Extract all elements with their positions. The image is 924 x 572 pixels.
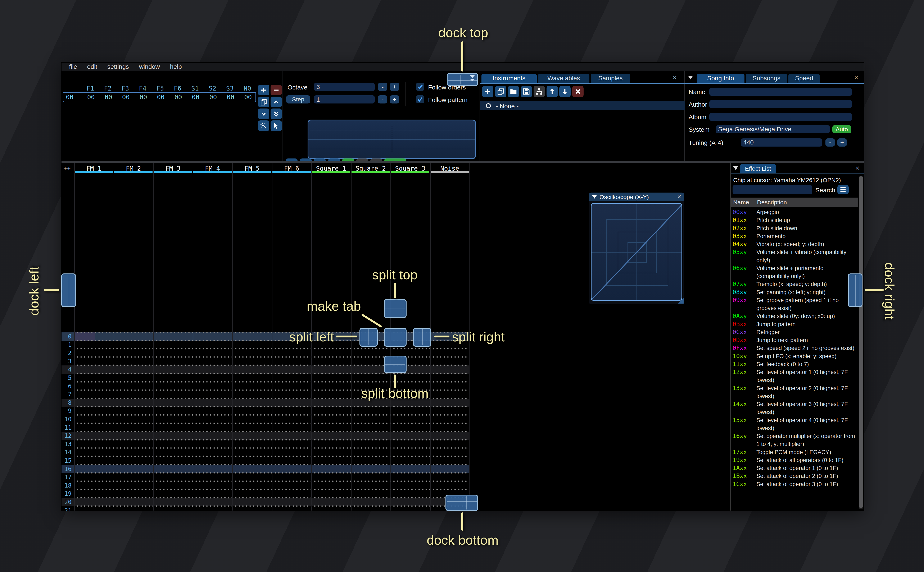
effect-row[interactable]: 0FxxSet speed (speed 2 if no grooves exi… — [732, 344, 857, 352]
pattern-row[interactable]: 2 — [62, 349, 469, 357]
effect-row[interactable]: 19xxSet attack of all operators (0 to 1F… — [732, 456, 857, 464]
duplicate-order-end-button[interactable] — [271, 109, 282, 119]
move-order-down-button[interactable] — [258, 109, 269, 119]
effect-row[interactable]: 02xxPitch slide down — [732, 224, 857, 232]
pattern-row[interactable]: 14 — [62, 448, 469, 457]
collapse-icon[interactable] — [688, 76, 693, 79]
orders-row[interactable]: 0000000000000000000000 — [63, 92, 256, 103]
close-icon[interactable]: × — [853, 75, 859, 81]
pattern-row[interactable]: 12 — [62, 432, 469, 440]
channel-header-square-1[interactable]: Square 1 — [312, 165, 351, 172]
effect-row[interactable]: 1AxxSet attack of operator 1 (0 to 1F) — [732, 464, 857, 472]
effect-row[interactable]: 1CxxSet attack of operator 3 (0 to 1F) — [732, 480, 857, 488]
make-tab-target[interactable] — [384, 328, 407, 347]
collapse-icon[interactable] — [592, 195, 597, 199]
effect-row[interactable]: 17xxToggle PCM mode (LEGACY) — [732, 448, 857, 456]
effect-row[interactable]: 0BxxJump to pattern — [732, 320, 857, 328]
pattern-row[interactable]: 15 — [62, 457, 469, 465]
order-cell[interactable]: 00 — [187, 93, 204, 101]
effect-row[interactable]: 08xySet panning (x: left; y: right) — [732, 288, 857, 296]
duplicate-order-button[interactable] — [258, 96, 269, 107]
order-cell[interactable]: 00 — [204, 93, 222, 101]
splitter[interactable] — [62, 161, 864, 163]
channel-header-fm-2[interactable]: FM 2 — [114, 165, 153, 172]
channel-header-square-2[interactable]: Square 2 — [351, 165, 390, 172]
octave-increase-button[interactable]: + — [390, 83, 399, 91]
octave-decrease-button[interactable]: - — [378, 83, 387, 91]
add-order-button[interactable] — [258, 85, 269, 95]
tab-subsongs[interactable]: Subsongs — [746, 74, 787, 83]
channel-header-fm-1[interactable]: FM 1 — [74, 165, 114, 172]
move-instrument-up-button[interactable] — [547, 86, 558, 97]
dock-left-target[interactable] — [61, 274, 76, 307]
channel-header-noise[interactable]: Noise — [430, 165, 469, 172]
auto-system-button[interactable]: Auto — [832, 125, 851, 134]
order-cell[interactable]: 00 — [170, 93, 187, 101]
step-increase-button[interactable]: + — [390, 95, 399, 104]
effect-row[interactable]: 01xxPitch slide up — [732, 216, 857, 224]
dock-top-target[interactable] — [447, 73, 478, 86]
effect-list-menu-button[interactable] — [837, 185, 849, 194]
menu-item-edit[interactable]: edit — [82, 63, 102, 70]
effect-row[interactable]: 07xyTremolo (x: speed; y: depth) — [732, 280, 857, 288]
instrument-list-item[interactable]: - None - — [480, 101, 685, 110]
pattern-row[interactable]: 18 — [62, 482, 469, 490]
author-field[interactable] — [709, 100, 852, 108]
effect-row[interactable]: 09xxSet groove pattern (speed 1 if no gr… — [732, 296, 857, 312]
order-edit-mode-button[interactable] — [271, 120, 282, 131]
effect-row[interactable]: 16xySet operator multiplier (x: operator… — [732, 432, 857, 448]
order-cell[interactable]: 00 — [222, 93, 239, 101]
system-field[interactable]: Sega Genesis/Mega Drive — [715, 125, 830, 134]
add-instrument-button[interactable] — [482, 86, 493, 97]
pattern-row[interactable]: 19 — [62, 490, 469, 498]
pattern-row[interactable]: 21 — [62, 506, 469, 511]
tuning-field[interactable]: 440 — [741, 138, 822, 146]
step-input[interactable]: 1 — [314, 95, 375, 104]
close-icon[interactable]: × — [676, 194, 682, 200]
pattern-row[interactable]: 10 — [62, 415, 469, 424]
move-order-up-button[interactable] — [271, 96, 282, 107]
scrollbar-thumb[interactable] — [859, 176, 863, 508]
effect-row[interactable]: 05xyVolume slide + vibrato (compatibilit… — [732, 248, 857, 264]
channel-header-fm-5[interactable]: FM 5 — [232, 165, 272, 172]
step-decrease-button[interactable]: - — [378, 95, 387, 104]
channel-header-square-3[interactable]: Square 3 — [390, 165, 430, 172]
menu-item-help[interactable]: help — [165, 63, 187, 70]
effect-row[interactable]: 00xyArpeggio — [732, 208, 857, 216]
duplicate-instrument-button[interactable] — [495, 86, 506, 97]
name-field[interactable] — [709, 88, 852, 96]
move-instrument-down-button[interactable] — [559, 86, 570, 97]
instrument-dir-button[interactable] — [534, 86, 545, 97]
pattern-row[interactable]: 5 — [62, 374, 469, 382]
effect-row[interactable]: 0AxyVolume slide (0y: down; x0: up) — [732, 312, 857, 320]
split-left-target[interactable] — [360, 328, 378, 347]
effect-row[interactable]: 0CxxRetrigger — [732, 328, 857, 336]
expand-button[interactable]: ++ — [63, 165, 70, 172]
channel-header-fm-3[interactable]: FM 3 — [153, 165, 193, 172]
order-cell[interactable]: 00 — [239, 93, 257, 101]
effect-row[interactable]: 14xxSet level of operator 3 (0 highest, … — [732, 400, 857, 416]
tab-speed[interactable]: Speed — [788, 74, 820, 83]
pattern-row[interactable]: 4 — [62, 365, 469, 374]
pattern-row[interactable]: 13 — [62, 440, 469, 448]
menu-item-window[interactable]: window — [134, 63, 165, 70]
menu-item-settings[interactable]: settings — [102, 63, 134, 70]
pattern-row[interactable]: 20 — [62, 498, 469, 506]
order-cell[interactable]: 00 — [100, 93, 117, 101]
tab-instruments[interactable]: Instruments — [481, 74, 537, 83]
oscilloscope-titlebar[interactable]: Oscilloscope (X-Y) × — [589, 193, 684, 201]
effect-row[interactable]: 12xxSet level of operator 1 (0 highest, … — [732, 368, 857, 384]
effect-row[interactable]: 06xyVolume slide + portamento (compatibi… — [732, 264, 857, 280]
close-icon[interactable]: × — [672, 75, 678, 81]
channel-header-fm-6[interactable]: FM 6 — [272, 165, 312, 172]
tab-song-info[interactable]: Song Info — [697, 74, 745, 83]
effect-row[interactable]: 04xyVibrato (x: speed; y: depth) — [732, 240, 857, 248]
pattern-row[interactable]: 11 — [62, 424, 469, 432]
save-instrument-button[interactable] — [521, 86, 532, 97]
effect-row[interactable]: 03xxPortamento — [732, 232, 857, 240]
follow-pattern-checkbox[interactable] — [416, 95, 424, 103]
pattern-row[interactable]: 9 — [62, 407, 469, 415]
order-cell[interactable]: 00 — [82, 93, 100, 101]
dock-bottom-target[interactable] — [446, 495, 478, 511]
tuning-decrease-button[interactable]: - — [826, 138, 835, 146]
